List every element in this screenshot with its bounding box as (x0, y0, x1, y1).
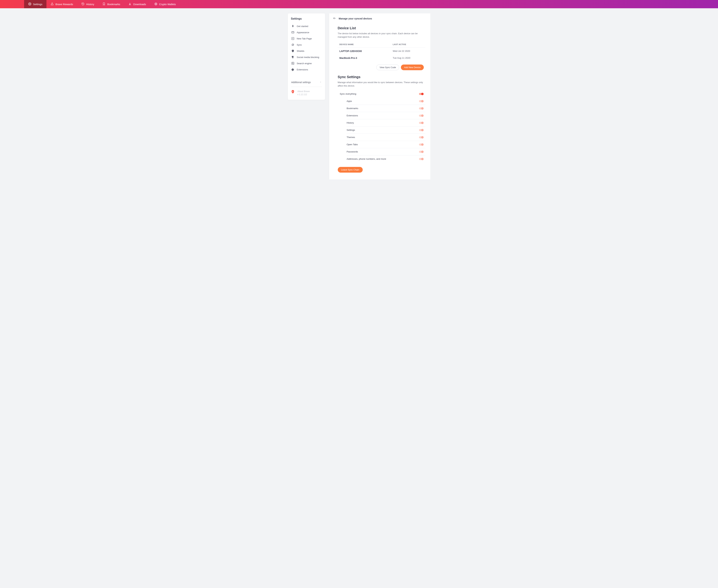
sync-settings-desc: Manage what information you would like t… (338, 81, 425, 87)
device-table: DEVICE NAME LAST ACTIVE LAPTOP-12EH3O00 … (338, 41, 425, 61)
shield-icon (291, 49, 294, 52)
sidebar-item-label: Social media blocking (297, 56, 319, 59)
sidebar-item-new-tab-page[interactable]: New Tab Page (291, 36, 322, 42)
topbar-item-history[interactable]: History (77, 0, 99, 8)
extensions-icon (291, 68, 294, 71)
about-brave-label: About Brave (297, 90, 310, 92)
sync-item-toggle[interactable] (419, 144, 423, 146)
sync-item-toggle[interactable] (419, 114, 423, 117)
device-button-row: View Sync Code Add New Device (338, 61, 425, 74)
device-row: MacBook-Pro-3 Tue Aug 11 2020 (338, 55, 425, 61)
sync-item-bookmarks: Bookmarks (347, 105, 425, 112)
sidebar-item-sync[interactable]: Sync (291, 42, 322, 48)
sync-item-toggle[interactable] (419, 158, 423, 160)
leave-sync-chain-row: Leave Sync Chain (329, 163, 430, 173)
rocket-icon (291, 25, 294, 28)
sync-settings-section: Sync Settings Manage what information yo… (329, 74, 430, 163)
sidebar-divider (291, 87, 322, 87)
device-list-section: Device List The device list below includ… (329, 23, 430, 74)
sidebar-item-search-engine[interactable]: Search engine (291, 60, 322, 66)
sync-item-toggle[interactable] (419, 107, 423, 109)
svg-point-9 (292, 63, 293, 64)
topbar-item-settings[interactable]: Settings (24, 0, 46, 8)
about-brave-version: v 1.12.112 (297, 93, 310, 96)
sync-everything-toggle[interactable] (419, 93, 423, 95)
sidebar-item-label: Sync (297, 44, 302, 46)
history-icon (81, 2, 84, 6)
download-icon (128, 2, 131, 6)
sync-sub-list: Apps Bookmarks Extensions History Settin… (338, 98, 425, 163)
svg-point-0 (29, 3, 30, 4)
sync-item-label: Bookmarks (347, 107, 358, 110)
topbar-label: History (86, 3, 94, 6)
sidebar-item-label: Shields (297, 50, 304, 52)
sidebar-item-social-media-blocking[interactable]: Social media blocking (291, 54, 322, 60)
sync-item-addresses: Addresses, phone numbers, and more (347, 155, 425, 163)
sync-settings-title: Sync Settings (338, 75, 425, 79)
sidebar-item-shields[interactable]: Shields (291, 48, 322, 54)
gear-icon (28, 2, 31, 6)
sidebar-item-label: Appearance (297, 31, 309, 34)
new-tab-icon (291, 37, 294, 40)
panel-header-title: Manage your synced devices (339, 17, 372, 20)
svg-point-1 (155, 3, 157, 5)
add-new-device-button[interactable]: Add New Device (401, 65, 424, 70)
sync-item-label: Apps (347, 100, 352, 102)
device-last-active: Wed Jul 22 2020 (393, 50, 424, 52)
topbar: Settings Brave Rewards History Bookmarks… (0, 0, 718, 8)
wallet-icon (154, 2, 157, 6)
sync-item-label: Passwords (347, 150, 358, 153)
device-row: LAPTOP-12EH3O00 Wed Jul 22 2020 (338, 48, 425, 55)
topbar-item-bookmarks[interactable]: Bookmarks (98, 0, 124, 8)
sync-item-apps: Apps (347, 98, 425, 105)
sync-item-themes: Themes (347, 134, 425, 141)
device-col-name: DEVICE NAME (339, 43, 393, 45)
device-col-active: LAST ACTIVE (393, 43, 424, 45)
topbar-item-downloads[interactable]: Downloads (124, 0, 150, 8)
sync-item-toggle[interactable] (419, 129, 423, 131)
additional-settings-label: Additional settings (291, 81, 311, 84)
about-brave[interactable]: About Brave v 1.12.112 (291, 90, 322, 96)
bookmark-icon (102, 2, 105, 6)
sync-item-toggle[interactable] (419, 151, 423, 153)
topbar-label: Downloads (133, 3, 146, 6)
topbar-label: Crypto Wallets (159, 3, 176, 6)
view-sync-code-button[interactable]: View Sync Code (376, 65, 399, 70)
thumbs-down-icon (291, 56, 294, 59)
sync-item-passwords: Passwords (347, 148, 425, 155)
sidebar-item-get-started[interactable]: Get started (291, 23, 322, 29)
topbar-label: Brave Rewards (56, 3, 73, 6)
sync-everything-row: Sync everything (338, 90, 425, 98)
sync-item-label: Settings (347, 129, 355, 131)
chevron-down-icon (319, 81, 322, 84)
svg-line-10 (293, 64, 293, 64)
sync-icon (291, 43, 294, 46)
sidebar-item-label: Search engine (297, 62, 312, 65)
sync-item-toggle[interactable] (419, 122, 423, 124)
device-last-active: Tue Aug 11 2020 (393, 57, 424, 59)
leave-sync-chain-button[interactable]: Leave Sync Chain (338, 167, 363, 173)
additional-settings-toggle[interactable]: Additional settings (291, 80, 322, 86)
back-arrow-icon[interactable] (333, 17, 336, 21)
appearance-icon (291, 31, 294, 34)
topbar-item-rewards[interactable]: Brave Rewards (46, 0, 77, 8)
sidebar-item-label: New Tab Page (297, 37, 312, 40)
sync-item-label: Themes (347, 136, 355, 139)
sync-item-label: History (347, 122, 354, 124)
device-list-title: Device List (338, 26, 425, 30)
sync-item-toggle[interactable] (419, 100, 423, 102)
sidebar-item-extensions[interactable]: Extensions (291, 66, 322, 72)
sync-item-toggle[interactable] (419, 136, 423, 138)
sidebar: Settings Get started Appearance New Tab … (288, 14, 325, 100)
svg-rect-3 (292, 31, 294, 34)
device-table-header: DEVICE NAME LAST ACTIVE (338, 41, 425, 48)
topbar-label: Bookmarks (107, 3, 120, 6)
sidebar-item-label: Extensions (297, 68, 308, 71)
topbar-item-crypto-wallets[interactable]: Crypto Wallets (150, 0, 180, 8)
search-icon (291, 62, 294, 65)
device-list-desc: The device list below includes all devic… (338, 32, 425, 39)
sidebar-item-appearance[interactable]: Appearance (291, 29, 322, 36)
sync-item-label: Addresses, phone numbers, and more (347, 158, 386, 160)
brave-logo-icon (291, 90, 294, 94)
device-name: LAPTOP-12EH3O00 (339, 50, 393, 52)
